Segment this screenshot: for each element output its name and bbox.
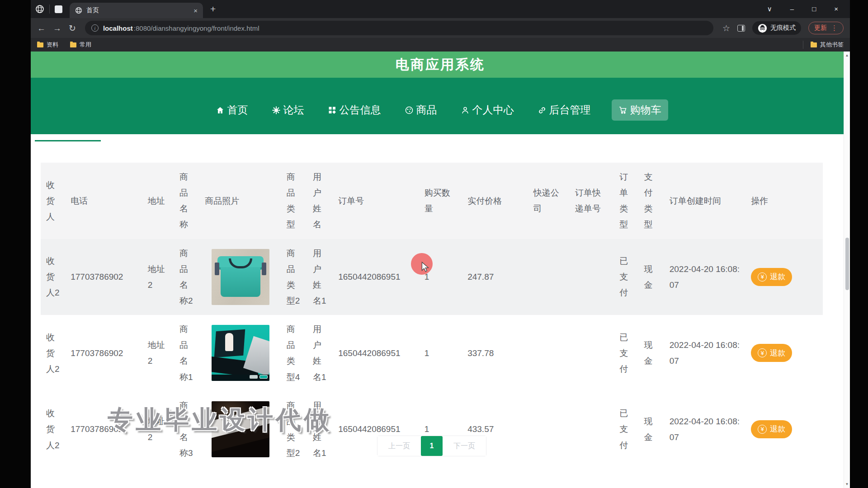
product-photo-storage-box[interactable] — [212, 249, 269, 305]
cell-order-no: 1650442086951 — [333, 239, 419, 315]
nav-item-products[interactable]: 商品 — [402, 99, 440, 121]
window-minimize-button[interactable]: – — [790, 5, 794, 13]
table-header-row: 收货人 电话 地址 商品名称 商品照片 商品类型 用户姓名 订单号 购买数量 实… — [41, 163, 823, 239]
folder-icon — [70, 42, 76, 47]
nav-item-forum[interactable]: 论坛 — [269, 99, 307, 121]
cell-phone: 17703786902 — [65, 315, 142, 391]
incognito-label: 无痕模式 — [770, 24, 796, 32]
cell-order-no: 1650442086951 — [333, 315, 419, 391]
cell-courier — [528, 315, 570, 391]
yuan-icon: ¥ — [758, 272, 767, 282]
active-tab-underline — [35, 140, 101, 141]
scrollbar-down-arrow-icon[interactable]: ▼ — [844, 482, 850, 486]
back-button[interactable]: ← — [37, 24, 46, 33]
cell-tracking-no — [570, 315, 614, 391]
gear-icon — [272, 106, 281, 115]
cell-product-type: 商品类型4 — [281, 315, 307, 391]
bookmark-folder-ziliao[interactable]: 资料 — [37, 41, 58, 49]
incognito-badge: 无痕模式 — [752, 21, 801, 35]
browser-tab[interactable]: 首页 × — [70, 3, 203, 18]
col-product-type: 商品类型 — [281, 163, 307, 239]
url-bar[interactable]: i localhost :8080/dianshangyingyong/fron… — [85, 21, 713, 35]
col-price: 实付价格 — [462, 163, 528, 239]
nav-item-personal-center[interactable]: 个人中心 — [458, 99, 517, 121]
side-panel-icon[interactable] — [737, 25, 745, 32]
cell-product-photo — [199, 315, 281, 391]
site-info-icon[interactable]: i — [91, 24, 99, 32]
tab-favicon-globe-icon — [75, 7, 82, 14]
table-row: 收货人2 17703786902 地址2 商品名称2 商品类型2 用户姓名1 1… — [41, 239, 823, 315]
window-menu-icon[interactable]: ∨ — [767, 5, 772, 13]
yuan-icon: ¥ — [758, 348, 767, 357]
nav-item-announcements[interactable]: 公告信息 — [325, 99, 384, 121]
col-created: 订单创建时间 — [664, 163, 746, 239]
pagination-page-1[interactable]: 1 — [421, 436, 443, 456]
nav-item-home[interactable]: 首页 — [213, 99, 251, 121]
product-photo-laptop-figure[interactable] — [212, 325, 269, 381]
col-courier: 快递公司 — [528, 163, 570, 239]
cell-product-photo — [199, 239, 281, 315]
tab-close-icon[interactable]: × — [193, 7, 198, 14]
browser-window: 首页 × + ∨ – □ × ← → ↻ i localhost :8080/d… — [31, 0, 850, 488]
new-tab-button[interactable]: + — [210, 4, 216, 14]
folder-icon — [811, 42, 817, 47]
cell-order-status: 已支付 — [614, 315, 638, 391]
col-quantity: 购买数量 — [419, 163, 462, 239]
cell-product-name: 商品名称2 — [174, 239, 199, 315]
cell-phone: 17703786902 — [65, 239, 142, 315]
mouse-cursor-icon — [420, 261, 431, 273]
nav-item-admin[interactable]: 后台管理 — [535, 99, 594, 121]
cell-created: 2022-04-20 16:08:07 — [664, 239, 746, 315]
col-pay-type: 支付类型 — [639, 163, 664, 239]
browser-update-button[interactable]: 更新 ⋮ — [808, 22, 844, 34]
col-order-type: 订单类型 — [614, 163, 638, 239]
main-nav: 首页 论坛 公告信息 商品 个人中心 后台管理 — [31, 78, 850, 134]
nav-item-cart[interactable]: 购物车 — [612, 99, 668, 121]
link-icon — [538, 106, 547, 115]
cell-price: 247.87 — [462, 239, 528, 315]
col-address: 地址 — [142, 163, 174, 239]
site-header: 电商应用系统 — [31, 52, 850, 78]
cell-receiver: 收货人2 — [41, 239, 65, 315]
scrollbar-thumb[interactable] — [845, 238, 849, 290]
grid-icon — [328, 106, 337, 115]
window-controls: ∨ – □ × — [767, 5, 838, 13]
refund-button[interactable]: ¥ 退款 — [751, 344, 792, 362]
cell-action: ¥ 退款 — [745, 239, 823, 315]
cell-action: ¥ 退款 — [745, 315, 823, 391]
globe-icon — [405, 106, 414, 115]
window-close-button[interactable]: × — [834, 5, 838, 13]
pagination: 上一页 1 下一页 — [41, 436, 823, 456]
col-actions: 操作 — [745, 163, 823, 239]
col-user-name: 用户姓名 — [307, 163, 333, 239]
col-tracking-no: 订单快递单号 — [570, 163, 614, 239]
cell-pay-type: 现金 — [639, 239, 664, 315]
browser-logo-icon — [35, 5, 44, 14]
bookmark-folder-changyong[interactable]: 常用 — [70, 41, 91, 49]
pagination-next-button[interactable]: 下一页 — [443, 436, 486, 456]
cell-product-name: 商品名称1 — [174, 315, 199, 391]
cart-icon — [618, 106, 627, 115]
refund-button[interactable]: ¥ 退款 — [751, 268, 792, 286]
pagination-prev-button[interactable]: 上一页 — [377, 436, 421, 456]
browser-menu-dots-icon[interactable]: ⋮ — [831, 24, 838, 32]
titlebar-separator — [49, 5, 50, 14]
cell-receiver: 收货人2 — [41, 315, 65, 391]
cell-price: 337.78 — [462, 315, 528, 391]
url-path: :8080/dianshangyingyong/front/index.html — [134, 24, 259, 32]
forward-button[interactable]: → — [53, 24, 61, 33]
window-maximize-button[interactable]: □ — [812, 5, 816, 13]
table-row: 收货人2 17703786902 地址2 商品名称1 商品类型4 用户姓名1 1… — [41, 315, 823, 391]
cell-created: 2022-04-20 16:08:07 — [664, 315, 746, 391]
cell-address: 地址2 — [142, 239, 174, 315]
browser-titlebar: 首页 × + ∨ – □ × — [31, 0, 850, 18]
bookmark-star-icon[interactable]: ☆ — [722, 24, 730, 33]
other-bookmarks[interactable]: 其他书签 — [803, 41, 844, 49]
page-content: 电商应用系统 首页 论坛 公告信息 商品 个人中心 — [31, 52, 850, 488]
update-label: 更新 — [814, 24, 827, 32]
watermark-text: 专业毕业设计代做 — [108, 403, 332, 437]
browser-toolbar: ← → ↻ i localhost :8080/dianshangyingyon… — [31, 18, 850, 38]
scrollbar-up-arrow-icon[interactable]: ▲ — [844, 53, 850, 57]
reload-button[interactable]: ↻ — [69, 24, 76, 33]
page-scrollbar[interactable]: ▲ ▼ — [844, 52, 850, 488]
